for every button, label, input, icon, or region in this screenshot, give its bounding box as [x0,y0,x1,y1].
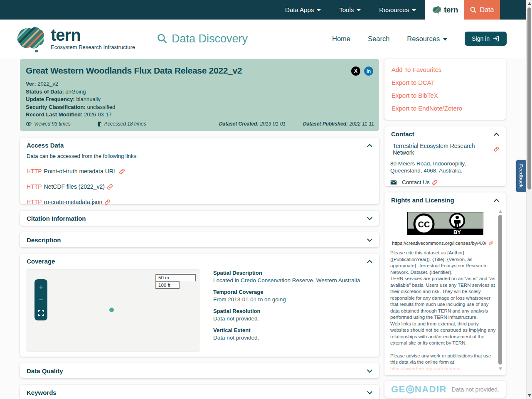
caret-down-icon [443,38,447,41]
export-bibtex-link[interactable]: Export to BibTeX [384,89,506,102]
topnav-data-apps[interactable]: Data Apps [276,0,330,20]
scroll-down-arrow[interactable] [499,367,502,370]
scrollbar-down-arrow[interactable] [528,394,531,397]
data-button-label: Data [480,6,494,14]
feedback-button[interactable]: Feedback [516,160,526,192]
access-link-metadata-url[interactable]: HTTP Point-of-truth metadata URL [20,168,379,175]
data-search-button[interactable]: Data [464,0,500,20]
share-x-button[interactable]: X [351,66,360,76]
contact-header[interactable]: Contact [384,126,506,141]
dataset-meta: Ver: 2022_v2 Status of Data: onGoing Upd… [26,80,372,119]
data-quality-header[interactable]: Data Quality [20,363,379,378]
chevron-up-icon [494,133,499,138]
access-link-netcdf[interactable]: HTTP NetCDF files (2022_v2) [20,183,379,190]
topnav-tools-label: Tools [339,6,354,13]
sidebar: Add To Favourites Export to DCAT Export … [384,59,506,399]
access-data-intro: Data can be accessed from the following … [20,153,379,159]
citation-information-title: Citation Information [27,215,86,222]
coverage-details: Spatial Description Located in Credo Con… [200,269,360,352]
coverage-title: Coverage [27,258,55,265]
dataset-version: Ver: 2022_v2 [26,80,372,88]
temporal-coverage: Temporal Coverage From 2013-01-01 to on … [213,289,360,303]
chevron-down-icon [367,215,372,220]
topnav-resources[interactable]: Resources [370,0,425,20]
coverage-header[interactable]: Coverage [20,254,379,268]
share-linkedin-button[interactable]: in [364,66,373,76]
australia-logo-icon [431,5,442,15]
tern-mini-logo-button[interactable]: tern [425,0,464,20]
topnav-data-apps-label: Data Apps [285,6,314,13]
scrollbar-up-arrow[interactable] [528,2,531,5]
geonadir-card: GE NADIR Data not provided. [384,381,506,398]
download-log-icon [97,121,102,127]
rights-header[interactable]: Rights and Licensing [384,192,506,207]
scrollbar-thumb[interactable] [527,7,531,190]
dataset-security-classification: Security Classification: unclassified [26,103,372,111]
page: Data Apps Tools Resources [0,0,526,399]
citation-instructions: Please cite this dataset as {Author} ({P… [390,250,496,276]
link-icon [432,180,438,185]
citation-information-header[interactable]: Citation Information [20,211,379,226]
site-header: tern Ecosystem Research Infrastructure D… [0,20,526,58]
tern-tagline: Ecosystem Research Infrastructure [51,44,135,50]
scroll-thumb[interactable] [498,215,502,365]
link-icon [488,240,494,246]
topnav-tools[interactable]: Tools [330,0,370,20]
description-title: Description [27,236,61,244]
dataset-stats: Viewed 93 times Accessed 18 times Datase… [26,121,374,127]
license-scrollbar [498,210,503,370]
envelope-icon [390,180,397,185]
map-zoom-in-button[interactable]: + [35,281,47,293]
export-dcat-link[interactable]: Export to DCAT [384,76,506,89]
vertical-extent: Vertical Extent Data not provided. [213,327,360,341]
contact-org-link[interactable]: Terrestrial Ecosystem Research Network [384,141,506,156]
research-form-link[interactable]: https://www.tern.org.au/research- [390,366,461,371]
search-icon [470,7,477,13]
map-fullscreen-button[interactable] [35,307,47,318]
cc-by-badge[interactable]: CC BY [407,212,483,235]
access-data-header[interactable]: Access Data [20,138,379,153]
share-buttons: X in [351,66,373,76]
tern-logo[interactable]: tern Ecosystem Research Infrastructure [12,24,135,54]
scale-metric: 50 m [155,274,196,281]
access-link-ro-crate[interactable]: HTTP ro-crate-metadata.json [20,199,379,205]
app-title: Data Discovery [157,32,248,45]
nav-search[interactable]: Search [368,35,389,43]
map-marker[interactable] [109,308,114,312]
license-url-link[interactable]: https://creativecommons.org/licenses/by/… [384,235,506,246]
coverage-map[interactable]: + − 50 [26,269,200,352]
contact-us-link[interactable]: Contact Us [384,174,506,185]
keywords-header[interactable]: Keywords [20,385,379,399]
nav-resources[interactable]: Resources [407,35,447,43]
map-zoom-out-button[interactable]: − [35,294,47,305]
description-header[interactable]: Description [20,232,379,247]
data-quality-card: Data Quality [20,363,379,378]
geonadir-target-icon [406,385,414,394]
tern-wordmark: tern [51,27,135,42]
description-card: Description [20,232,379,247]
coverage-body: + − 50 [20,268,379,352]
terms-advise: Please advise any work or publications t… [390,353,496,366]
caret-down-icon [412,9,416,11]
chevron-down-icon [367,236,372,242]
sign-in-icon [493,36,500,42]
terms-as-is: TERN services are provided on an “as-is”… [390,276,496,321]
topnav-spacer [500,0,526,20]
geonadir-status: Data not provided. [452,386,499,393]
main-column: Great Western Woodlands Flux Data Releas… [20,59,379,399]
access-data-card: Access Data Data can be accessed from th… [20,138,379,204]
accessed-count: Accessed 18 times [97,121,146,127]
add-to-favourites-link[interactable]: Add To Favourites [384,63,506,76]
map-controls: + − [34,279,47,320]
scroll-up-arrow[interactable] [499,210,502,213]
export-endnote-zotero-link[interactable]: Export to EndNote/Zotero [384,102,506,115]
geonadir-logo[interactable]: GE NADIR [391,384,447,395]
page-scrollbar [526,0,532,399]
nav-home[interactable]: Home [332,35,350,43]
license-text[interactable]: Please cite this dataset as {Author} ({P… [390,250,496,374]
sign-in-button[interactable]: Sign in [465,32,507,46]
dataset-last-modified: Record Last Modified: 2026-03-17 [26,111,372,119]
chevron-down-icon [367,367,372,373]
scale-imperial: 100 ft [155,281,180,289]
header-nav: Home Search Resources Sign in [332,32,507,46]
